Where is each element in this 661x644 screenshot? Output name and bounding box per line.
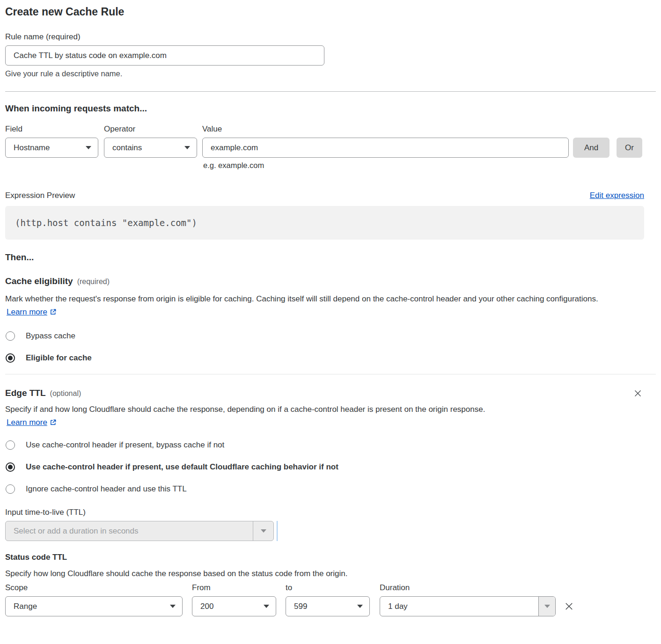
ttl-input-label: Input time-to-live (TTL) [5, 508, 656, 517]
status-code-ttl-description: Specify how long Cloudflare should cache… [5, 567, 656, 580]
optional-tag: (optional) [50, 389, 81, 397]
operator-label: Operator [104, 124, 202, 134]
edge-ttl-close-button[interactable] [633, 388, 643, 398]
radio-icon [6, 353, 15, 363]
ttl-duration-select: Select or add a duration in seconds [5, 521, 274, 541]
operator-select-value: contains [112, 143, 142, 153]
radio-label: Use cache-control header if present, byp… [26, 440, 224, 450]
value-input[interactable] [202, 138, 569, 158]
divider [5, 91, 656, 92]
ttl-select-dropdown-button [253, 521, 273, 541]
cache-eligibility-heading: Cache eligibility [5, 276, 73, 286]
rule-name-input[interactable] [5, 45, 324, 66]
status-code-ttl-heading: Status code TTL [5, 553, 656, 562]
rule-name-helper: Give your rule a descriptive name. [5, 69, 656, 78]
radio-label: Use cache-control header if present, use… [26, 462, 338, 472]
edit-expression-link[interactable]: Edit expression [590, 191, 644, 200]
to-label: to [286, 583, 380, 593]
duration-value: 1 day [380, 597, 538, 616]
expression-code: (http.host contains "example.com") [5, 206, 644, 240]
field-select-value: Hostname [14, 143, 50, 153]
radio-label: Ignore cache-control header and use this… [26, 484, 187, 494]
cache-eligibility-description: Mark whether the request's response from… [5, 293, 637, 319]
duration-label: Duration [380, 583, 410, 593]
divider [5, 374, 656, 374]
remove-status-ttl-button[interactable] [564, 596, 574, 616]
chevron-down-icon [86, 146, 91, 149]
value-helper: e.g. example.com [203, 161, 656, 170]
radio-edge-ttl-ignore[interactable]: Ignore cache-control header and use this… [5, 484, 187, 494]
radio-icon [6, 484, 15, 494]
radio-icon [6, 440, 15, 450]
radio-icon [6, 331, 15, 341]
external-link-icon [50, 419, 57, 426]
page-title: Create new Cache Rule [5, 6, 656, 18]
to-select[interactable]: 599 [286, 596, 370, 616]
from-select[interactable]: 200 [192, 596, 276, 616]
duration-dropdown-button[interactable] [538, 597, 555, 616]
scope-select[interactable]: Range [5, 596, 183, 616]
scope-select-value: Range [14, 602, 37, 611]
to-select-value: 599 [294, 602, 307, 611]
learn-more-link[interactable]: Learn more [7, 307, 57, 316]
radio-label: Bypass cache [26, 331, 75, 341]
learn-more-link[interactable]: Learn more [7, 418, 57, 427]
or-button[interactable]: Or [617, 138, 642, 158]
rule-name-label: Rule name (required) [5, 32, 656, 42]
ttl-select-accent-line [277, 521, 278, 541]
radio-label: Eligible for cache [26, 353, 92, 363]
field-select[interactable]: Hostname [5, 138, 98, 158]
chevron-down-icon [544, 605, 550, 608]
chevron-down-icon [184, 146, 190, 149]
edge-ttl-heading: Edge TTL [5, 388, 46, 398]
close-icon [634, 389, 642, 397]
radio-icon [6, 462, 15, 472]
value-label: Value [202, 124, 222, 134]
chevron-down-icon [170, 605, 176, 608]
scope-label: Scope [5, 583, 192, 593]
chevron-down-icon [357, 605, 363, 608]
match-heading: When incoming requests match... [5, 103, 656, 114]
expression-preview-label: Expression Preview [5, 191, 75, 200]
then-heading: Then... [5, 252, 656, 263]
operator-select[interactable]: contains [104, 138, 197, 158]
radio-edge-ttl-bypass[interactable]: Use cache-control header if present, byp… [5, 440, 224, 450]
external-link-icon [50, 308, 57, 315]
radio-edge-ttl-default[interactable]: Use cache-control header if present, use… [5, 462, 338, 472]
from-label: From [192, 583, 286, 593]
duration-combobox[interactable]: 1 day [380, 596, 556, 616]
edge-ttl-description: Specify if and how long Cloudflare shoul… [5, 403, 529, 429]
required-tag: (required) [77, 278, 110, 285]
radio-bypass-cache[interactable]: Bypass cache [5, 331, 75, 341]
field-label: Field [5, 124, 104, 134]
radio-eligible-for-cache[interactable]: Eligible for cache [5, 353, 92, 363]
from-select-value: 200 [200, 602, 213, 611]
chevron-down-icon [261, 529, 266, 533]
ttl-select-placeholder: Select or add a duration in seconds [6, 521, 253, 541]
and-button[interactable]: And [573, 138, 610, 158]
chevron-down-icon [264, 605, 269, 608]
close-icon [565, 602, 573, 611]
